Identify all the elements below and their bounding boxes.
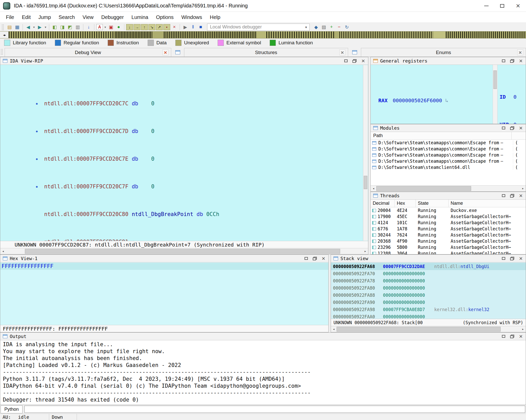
ascii-dropdown-icon[interactable]: ▾ <box>103 24 107 31</box>
module-row[interactable]: D:\Software\Steam\steamapps\common\Escap… <box>371 146 526 152</box>
stack-row[interactable]: 000000050922FA68 00007FF9CCD32DAE ntdll.… <box>331 263 526 270</box>
scrollbar-thumb[interactable] <box>364 176 367 189</box>
disasm-mnemonic[interactable]: db <box>132 156 138 162</box>
disasm-operands[interactable]: 0CCh <box>203 211 219 217</box>
registers-scrollbar[interactable] <box>493 65 498 124</box>
column-hex[interactable]: Hex <box>395 200 416 207</box>
stack-value[interactable]: 0000000000000000 <box>383 277 434 284</box>
panel-maximize-button[interactable] <box>501 256 506 261</box>
step-over-icon[interactable]: → <box>134 24 140 30</box>
module-row[interactable]: D:\Software\Steam\steamapps\common\Escap… <box>371 152 526 158</box>
menu-item[interactable]: Windows <box>177 12 206 23</box>
toolbar-grip[interactable] <box>2 24 4 30</box>
vertical-scrollbar[interactable] <box>363 65 368 241</box>
scrollbar-thumb[interactable] <box>25 249 340 254</box>
copy-data-icon[interactable]: ◧ <box>51 24 58 31</box>
tabbar-grip[interactable] <box>1 49 3 55</box>
navband-segment[interactable] <box>336 32 339 38</box>
stack-value[interactable]: 00007FF9CBA0E8D7 <box>383 306 434 313</box>
disasm-mnemonic[interactable]: db <box>132 183 138 190</box>
navband-segment[interactable] <box>433 32 446 38</box>
menu-item[interactable]: Lumina <box>128 12 152 23</box>
stack-value[interactable]: 0000000000000000 <box>383 270 434 277</box>
disasm-operands[interactable]: 0 <box>138 128 154 134</box>
navband-segment[interactable] <box>266 32 336 38</box>
module-row[interactable]: D:\Software\Steam\steamapps\common\Escap… <box>371 140 526 146</box>
patch-bytes-icon[interactable]: ◩ <box>66 24 74 31</box>
stack-row[interactable]: 000000050922FAA0 0000000000000000 <box>331 313 526 319</box>
disasm-operands[interactable]: 0 <box>138 156 154 162</box>
panel-float-button[interactable] <box>509 256 515 261</box>
stack-value[interactable]: 0000000000000000 <box>383 299 434 306</box>
stack-value[interactable]: 0000000000000000 <box>383 284 434 292</box>
register-row[interactable]: RAX00000005026F6000 <box>378 97 493 104</box>
chevron-down-icon[interactable]: ▾ <box>303 25 309 29</box>
stack-row[interactable]: 000000050922FA70 0000000000000000 <box>331 270 526 277</box>
stack-value[interactable]: 0000000000000000 <box>383 313 434 319</box>
panel-maximize-button[interactable] <box>343 58 349 64</box>
cli-language-button[interactable]: Python <box>1 405 23 413</box>
panel-maximize-button[interactable] <box>501 58 506 64</box>
flags-list[interactable]: ID0 VIP0 VIF0 AC0 VM0 RF0 NT0 IOPL0 <box>498 65 526 124</box>
menu-item[interactable]: View <box>79 12 97 23</box>
flag-value[interactable]: 0 <box>513 94 517 100</box>
stack-row[interactable]: 000000050922FA98 00007FF9CBA0E8D7 kernel… <box>331 306 526 313</box>
navband-segment[interactable] <box>9 32 116 38</box>
attach-process-icon[interactable]: + <box>328 24 335 31</box>
output-log[interactable]: IDA is analysing the input file...You ma… <box>0 340 526 405</box>
disasm-line[interactable]: ntdll.dll:00007FF9CCD20C81; ------------… <box>0 232 368 239</box>
navband-segment[interactable] <box>152 32 164 38</box>
register-value[interactable]: 00000005026F6000 <box>393 97 442 104</box>
record-icon[interactable]: ● <box>115 24 123 31</box>
hex-panel-titlebar[interactable]: Hex View-1 × <box>0 255 328 262</box>
python-input[interactable] <box>24 406 525 413</box>
nav-forward-icon[interactable]: ▶ <box>36 24 44 31</box>
column-decimal[interactable]: Decimal <box>371 200 395 207</box>
navband-arrows-icon[interactable]: ◂▸ <box>0 32 9 38</box>
stack-list[interactable]: 000000050922FA68 00007FF9CCD32DAE ntdll.… <box>331 262 526 319</box>
column-divider[interactable] <box>511 132 526 139</box>
menu-item[interactable]: Options <box>152 12 177 23</box>
disasm-address[interactable]: ntdll.dll:00007FF9CCD20C7E <box>44 156 128 162</box>
registers-panel-titlebar[interactable]: General registers × <box>371 57 526 65</box>
thread-row[interactable]: 12388 3064 Running AssetGarbageCollector… <box>371 250 526 254</box>
minimize-button[interactable] <box>478 0 494 12</box>
stack-value[interactable]: 0000000000000000 <box>383 292 434 299</box>
navband-segment[interactable] <box>256 32 266 38</box>
stop-process-icon[interactable]: ■ <box>197 24 205 31</box>
thread-row[interactable]: 20004 4E24 Running Duckov.exe <box>371 207 526 213</box>
flag-value[interactable]: 0 <box>513 121 517 124</box>
thread-row[interactable]: 30244 7624 Running AssetGarbageCollector… <box>371 232 526 238</box>
scrollbar-thumb[interactable] <box>376 186 471 191</box>
horizontal-scrollbar[interactable]: ◂ ▸ <box>331 326 526 332</box>
flag-row[interactable]: ID0 <box>500 94 526 100</box>
maximize-button[interactable] <box>494 0 510 12</box>
disasm-address[interactable]: ntdll.dll:00007FF9CCD20C81 <box>44 239 128 241</box>
run-until-return-icon[interactable]: ↑ <box>141 24 148 30</box>
output-panel-titlebar[interactable]: Output × <box>0 333 526 340</box>
navband-segment[interactable] <box>164 32 256 38</box>
modules-list[interactable]: D:\Software\Steam\steamapps\common\Escap… <box>371 140 526 185</box>
snapshot-icon[interactable]: ▣ <box>107 24 115 31</box>
menu-item[interactable]: Help <box>206 12 224 23</box>
pause-process-icon[interactable]: ‖ <box>189 24 197 31</box>
menu-item[interactable]: File <box>2 12 18 23</box>
panel-close-button[interactable]: × <box>518 193 524 199</box>
run-to-cursor-icon[interactable]: ↗ <box>156 24 163 30</box>
disasm-address[interactable]: ntdll.dll:00007FF9CCD20C80 <box>44 211 128 217</box>
disasm-address[interactable]: ntdll.dll:00007FF9CCD20C7F <box>44 183 128 190</box>
stack-symbol[interactable]: kernel32 <box>468 306 489 313</box>
panel-close-button[interactable]: × <box>518 256 524 261</box>
disasm-operands[interactable]: 0 <box>138 100 154 107</box>
panel-maximize-button[interactable] <box>501 334 506 339</box>
tab-close-icon[interactable]: × <box>517 49 523 55</box>
flag-row[interactable]: VIP0 <box>500 121 526 124</box>
menu-item[interactable]: Jump <box>35 12 55 23</box>
disasm-address[interactable]: ntdll.dll:00007FF9CCD20C7C <box>44 100 128 107</box>
disasm-mnemonic[interactable]: db <box>132 128 138 134</box>
breakpoint-toggle-icon[interactable]: ▪ <box>163 24 170 30</box>
tab-close-icon[interactable]: × <box>163 49 168 55</box>
detach-process-icon[interactable]: − <box>335 24 343 31</box>
menu-item[interactable]: Debugger <box>97 12 128 23</box>
scroll-left-icon[interactable]: ◂ <box>1 249 5 254</box>
